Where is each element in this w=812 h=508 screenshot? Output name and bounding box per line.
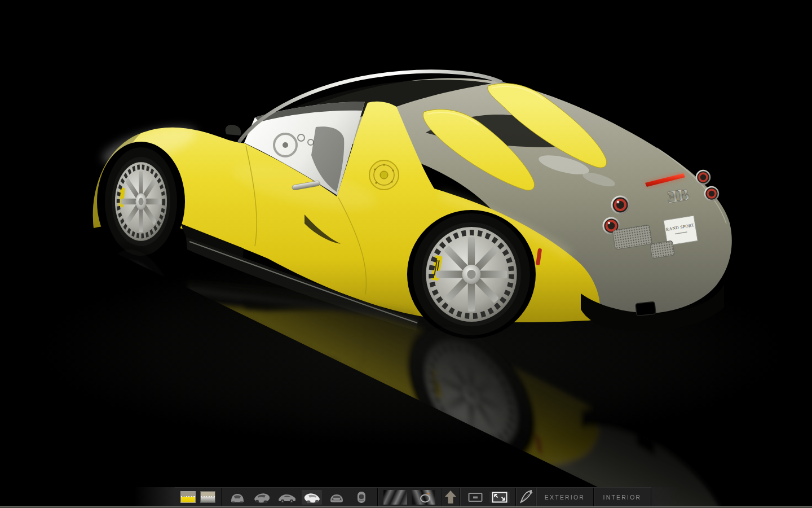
exterior-mode-button[interactable]: EXTERIOR: [536, 488, 593, 506]
screen-mode-section: [460, 488, 515, 506]
windowed-view-button[interactable]: [466, 492, 485, 502]
view-thumb-side[interactable]: [277, 490, 297, 505]
fullscreen-icon: [492, 492, 508, 503]
rear-wheel: [407, 210, 536, 339]
interior-thumb-cockpit[interactable]: [412, 490, 435, 505]
paint-swatch-section: [175, 488, 221, 506]
steering-wheel-icon: [412, 490, 435, 505]
front-wheel: [97, 142, 185, 261]
view-thumb-top[interactable]: [351, 490, 372, 505]
fullscreen-view-button[interactable]: [489, 492, 510, 503]
car-fuel-cap: [369, 160, 399, 190]
collapse-toolbar-button[interactable]: [442, 488, 460, 506]
svg-text:ƎB: ƎB: [665, 185, 691, 207]
download-pdf-button[interactable]: [516, 488, 536, 506]
warning-light-dot: [427, 493, 429, 494]
vehicle-render: ƎB RAND SPORT: [0, 0, 812, 508]
up-arrow-icon: [444, 489, 457, 505]
interior-view-section: [378, 488, 441, 506]
pdf-download-icon: [518, 489, 533, 505]
car-rear-three-quarter-icon: [302, 490, 321, 505]
view-thumb-front-three-quarter[interactable]: [252, 490, 272, 505]
car-rear-icon: [327, 490, 346, 505]
car-side-icon: [277, 490, 297, 505]
toolbar-fade-right: [651, 487, 681, 506]
configurator-toolbar: EXTERIOR INTERIOR: [134, 487, 681, 506]
car-top-icon: [352, 490, 371, 505]
car-front-three-quarter-icon: [253, 490, 272, 505]
toolbar-fade-left: [134, 487, 175, 506]
exterior-view-section: [222, 488, 377, 506]
vehicle-3d-viewport[interactable]: ƎB RAND SPORT: [0, 0, 812, 508]
view-thumb-rear[interactable]: [326, 490, 347, 505]
view-thumb-rear-three-quarter[interactable]: [302, 490, 322, 505]
car-front-icon: [228, 490, 247, 505]
interior-thumb-seats[interactable]: [383, 490, 407, 505]
paint-swatch-beige-over-silver[interactable]: [200, 491, 215, 503]
windowed-view-icon: [468, 492, 483, 502]
view-thumb-front[interactable]: [227, 490, 248, 505]
interior-mode-button[interactable]: INTERIOR: [594, 488, 651, 506]
toolbar-bar: EXTERIOR INTERIOR: [175, 487, 651, 506]
exhaust: [636, 301, 656, 316]
paint-swatch-grey-over-yellow[interactable]: [180, 491, 196, 503]
rear-badge: ƎB: [665, 185, 691, 207]
car-mirror: [226, 125, 241, 135]
